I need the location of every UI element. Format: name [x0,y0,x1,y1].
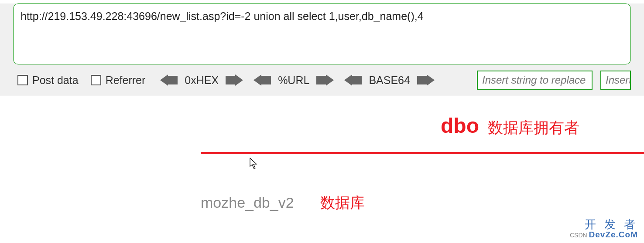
checkbox-icon [91,75,101,85]
controls-row: Post data Referrer 0xHEX %URL BASE64 [0,71,644,92]
arrow-left-icon [160,74,168,86]
watermark: 开 发 者 CSDN DevZe.CoM [570,218,638,240]
post-data-checkbox[interactable]: Post data [17,74,79,87]
result-user-annotation: 数据库拥有者 [488,118,579,138]
divider-line [201,152,644,154]
url-input[interactable]: http://219.153.49.228:43696/new_list.asp… [13,3,631,64]
arrow-right-icon [326,74,334,86]
result-user-value: dbo [441,114,479,138]
hex-label: 0xHEX [185,74,219,87]
url-encode-button[interactable]: %URL [253,74,334,87]
watermark-line1: 开 发 者 [570,218,638,231]
result-db-row: mozhe_db_v2 数据库 [201,193,644,213]
result-db-value: mozhe_db_v2 [201,194,294,211]
arrow-right-icon [427,74,435,86]
referrer-label: Referrer [106,74,146,87]
arrow-right-icon [235,74,243,86]
base64-encode-button[interactable]: BASE64 [344,74,435,87]
toolbar-region: http://219.153.49.228:43696/new_list.asp… [0,3,644,96]
page-content: dbo 数据库拥有者 mozhe_db_v2 数据库 [0,96,644,213]
arrow-left-icon [344,74,352,86]
result-title-row: dbo 数据库拥有者 [441,114,644,138]
referrer-checkbox[interactable]: Referrer [91,74,146,87]
watermark-line2: CSDN DevZe.CoM [570,230,638,240]
urlenc-label: %URL [278,74,309,87]
hex-encode-button[interactable]: 0xHEX [160,74,243,87]
result-db-annotation: 数据库 [320,193,365,213]
checkbox-icon [17,75,28,85]
arrow-left-icon [253,74,261,86]
replace-with-input[interactable]: Insert [600,71,631,90]
replace-string-input[interactable]: Insert string to replace [477,71,593,90]
base64-label: BASE64 [369,74,410,87]
post-data-label: Post data [32,74,79,87]
